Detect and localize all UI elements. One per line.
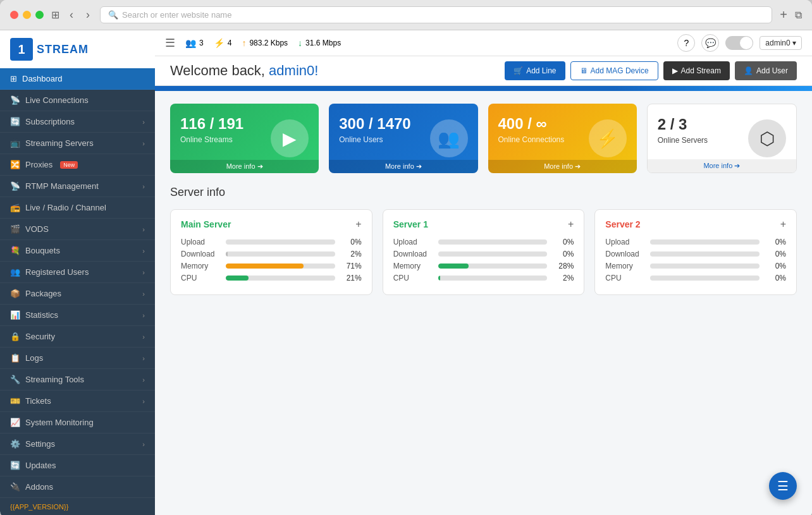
sidebar-item-live-connections[interactable]: 📡 Live Connections (0, 90, 155, 111)
streams-stat-value: 4 (228, 39, 232, 47)
top-bar: ☰ 👥 3 ⚡ 4 ↑ 983.2 Kbps ↓ 3 (155, 30, 812, 56)
new-tab-button[interactable]: + (780, 8, 787, 22)
monitoring-icon: 📈 (10, 418, 20, 427)
sidebar-item-proxies[interactable]: 🔀 Proxies New (0, 154, 155, 176)
sidebar-item-label: Live / Radio / Channel (25, 203, 106, 212)
topbar-stat-streams: ⚡ 4 (214, 38, 232, 48)
chevron-right-icon: › (142, 118, 145, 126)
add-stream-button[interactable]: ▶ Add Stream (663, 61, 730, 80)
online-users-card[interactable]: 300 / 1470 Online Users 👥 More info ➔ (329, 104, 477, 173)
traffic-lights (10, 11, 44, 19)
server2-add-button[interactable]: + (780, 219, 786, 230)
sidebar: 1 STREAM ⊞ Dashboard 📡 Live Connections … (0, 30, 155, 515)
sidebar-item-label: Registered Users (25, 267, 89, 277)
close-button[interactable] (10, 11, 18, 19)
users-stat-value: 3 (199, 39, 204, 47)
browser-toolbar: ⊞ ‹ › 🔍 Search or enter website name + ⧉ (0, 0, 812, 30)
server2-header: Server 2 + (605, 219, 786, 230)
sidebar-item-label: Streaming Servers (25, 138, 94, 148)
server1-download: Download 0% (393, 250, 574, 258)
back-button[interactable]: ‹ (67, 7, 76, 23)
streams-stat-icon: ⚡ (214, 38, 225, 48)
hamburger-icon[interactable]: ☰ (165, 36, 175, 50)
sidebar-item-bouquets[interactable]: 💐 Bouquets › (0, 240, 155, 262)
bouquets-icon: 💐 (10, 246, 20, 255)
topbar-stat-kbps: ↑ 983.2 Kbps (242, 38, 288, 48)
copy-button[interactable]: ⧉ (795, 9, 802, 21)
sidebar-item-label: Subscriptions (25, 117, 75, 126)
address-text: Search or enter website name (122, 10, 231, 20)
sidebar-item-packages[interactable]: 📦 Packages › (0, 283, 155, 305)
sidebar-logo: 1 STREAM (0, 30, 155, 68)
help-button[interactable]: ? (677, 34, 695, 52)
updates-icon: 🔄 (10, 461, 20, 470)
server-info-section: Server info Main Server + Upload 0% (155, 173, 812, 308)
mbps-icon: ↓ (298, 38, 302, 48)
sidebar-item-security[interactable]: 🔒 Security › (0, 326, 155, 348)
sidebar-item-logs[interactable]: 📋 Logs › (0, 348, 155, 369)
sidebar-item-addons[interactable]: 🔌 Addons (0, 476, 155, 498)
servers-more-info[interactable]: More info ➔ (648, 159, 796, 173)
sidebar-item-streaming-tools[interactable]: 🔧 Streaming Tools › (0, 369, 155, 391)
online-servers-card[interactable]: 2 / 3 Online Servers ⬡ More info ➔ (647, 104, 797, 173)
sidebar-item-label: Proxies (25, 160, 52, 169)
sidebar-item-label: Security (25, 332, 55, 341)
chevron-right-icon: › (142, 183, 145, 190)
main-server-upload: Upload 0% (181, 238, 362, 246)
sidebar-item-streaming-servers[interactable]: 📺 Streaming Servers › (0, 133, 155, 154)
sidebar-item-subscriptions[interactable]: 🔄 Subscriptions › (0, 111, 155, 133)
server1-memory: Memory 28% (393, 262, 574, 270)
users-more-info[interactable]: More info ➔ (329, 160, 477, 173)
server1-header: Server 1 + (393, 219, 574, 230)
theme-toggle[interactable] (725, 36, 753, 50)
admin-menu-button[interactable]: admin0 ▾ (760, 36, 802, 50)
sidebar-item-live-radio[interactable]: 📻 Live / Radio / Channel (0, 197, 155, 219)
maximize-button[interactable] (35, 11, 44, 19)
chevron-right-icon: › (142, 140, 145, 147)
topbar-stat-mbps: ↓ 31.6 Mbps (298, 38, 341, 48)
connections-more-info[interactable]: More info ➔ (488, 160, 637, 173)
address-bar[interactable]: 🔍 Search or enter website name (100, 6, 772, 23)
sidebar-item-label: VODS (25, 224, 49, 234)
add-line-button[interactable]: 🛒 Add Line (505, 61, 565, 80)
add-user-button[interactable]: 👤 Add User (735, 61, 797, 80)
streams-more-info[interactable]: More info ➔ (170, 160, 319, 173)
app-version: {{APP_VERSION}} (0, 498, 155, 515)
chevron-right-icon: › (142, 440, 145, 448)
server1-name: Server 1 (393, 219, 428, 229)
chevron-right-icon: › (142, 247, 145, 255)
add-mag-button[interactable]: 🖥 Add MAG Device (570, 61, 658, 80)
sidebar-item-registered-users[interactable]: 👥 Registered Users › (0, 262, 155, 283)
online-streams-card[interactable]: 116 / 191 Online Streams ▶ More info ➔ (170, 104, 319, 173)
online-connections-card[interactable]: 400 / ∞ Online Connections ⚡ More info ➔ (488, 104, 637, 173)
sidebar-item-settings[interactable]: ⚙️ Settings › (0, 433, 155, 455)
sidebar-item-dashboard[interactable]: ⊞ Dashboard (0, 68, 155, 90)
chat-button[interactable]: 💬 (701, 34, 719, 52)
main-server-add-button[interactable]: + (355, 219, 361, 230)
welcome-text: Welcome back, admin0! (170, 63, 318, 79)
forward-button[interactable]: › (83, 7, 92, 23)
sidebar-item-tickets[interactable]: 🎫 Tickets › (0, 391, 155, 412)
sidebar-item-statistics[interactable]: 📊 Statistics › (0, 305, 155, 326)
servers-card-icon: ⬡ (748, 119, 786, 157)
toggle-knob (740, 37, 753, 49)
sidebar-item-system-monitoring[interactable]: 📈 System Monitoring (0, 412, 155, 433)
sidebar-item-label: Logs (25, 353, 43, 363)
server1-add-button[interactable]: + (568, 219, 574, 230)
rtmp-icon: 📡 (10, 181, 20, 191)
sidebar-item-label: System Monitoring (25, 418, 94, 427)
sidebar-item-label: Updates (25, 461, 56, 470)
sidebar-item-rtmp[interactable]: 📡 RTMP Management › (0, 176, 155, 197)
settings-icon: ⚙️ (10, 439, 20, 449)
sidebar-toggle-button[interactable]: ⊞ (51, 9, 59, 21)
sidebar-item-updates[interactable]: 🔄 Updates (0, 455, 155, 476)
float-action-button[interactable]: ☰ (769, 472, 797, 500)
minimize-button[interactable] (23, 11, 31, 19)
kbps-value: 983.2 Kbps (249, 39, 288, 47)
servers-grid: Main Server + Upload 0% Download 2% (170, 209, 797, 295)
logo-text: STREAM (37, 43, 89, 56)
sidebar-item-vods[interactable]: 🎬 VODS › (0, 219, 155, 240)
live-radio-icon: 📻 (10, 203, 20, 212)
sidebar-item-label: Bouquets (25, 246, 60, 255)
users-stat-icon: 👥 (185, 38, 196, 48)
